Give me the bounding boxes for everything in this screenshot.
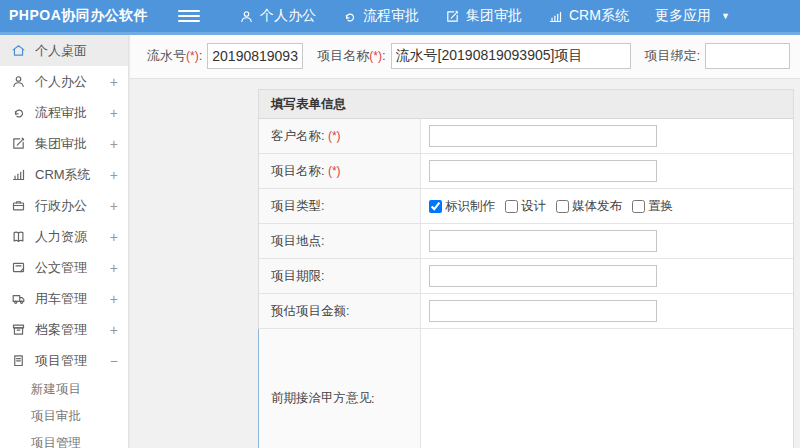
form-row-6: 预估项目金额: bbox=[259, 294, 793, 329]
sidebar-item-label: 集团审批 bbox=[35, 135, 110, 153]
main-content: 流水号(*):项目名称(*):项目绑定:+ 填写表单信息 客户名称: (*)项目… bbox=[130, 33, 800, 448]
checkbox-1[interactable] bbox=[429, 200, 442, 213]
sidebar-item-7[interactable]: 人力资源+ bbox=[0, 221, 128, 252]
form-row-label: 项目类型: bbox=[259, 189, 421, 223]
sidebar-item-label: 档案管理 bbox=[35, 321, 110, 339]
sidebar-item-10[interactable]: 档案管理+ bbox=[0, 314, 128, 345]
form-input-1[interactable] bbox=[429, 125, 657, 147]
field-label: 项目名称(*): bbox=[317, 47, 385, 65]
flow-icon bbox=[342, 9, 357, 24]
expand-plus-icon[interactable]: + bbox=[110, 167, 118, 183]
checkbox-option-2[interactable]: 设计 bbox=[505, 198, 546, 215]
sidebar-item-label: 行政办公 bbox=[35, 197, 110, 215]
briefcase-icon bbox=[11, 198, 26, 213]
form-row-1: 客户名称: (*) bbox=[259, 119, 793, 154]
checkbox-3[interactable] bbox=[556, 200, 569, 213]
topnav-item-label: 更多应用 bbox=[655, 7, 711, 25]
hamburger-menu-icon[interactable] bbox=[178, 7, 200, 25]
sidebar-item-label: 流程审批 bbox=[35, 104, 110, 122]
field-input-2[interactable] bbox=[391, 43, 631, 69]
expand-plus-icon[interactable]: + bbox=[110, 260, 118, 276]
checkbox-4[interactable] bbox=[632, 200, 645, 213]
book-icon bbox=[11, 229, 26, 244]
sidebar-item-label: 个人桌面 bbox=[35, 42, 118, 60]
form-row-label: 项目名称: (*) bbox=[259, 154, 421, 188]
sidebar-item-1[interactable]: 个人桌面 bbox=[0, 35, 128, 66]
sidebar-subitem-3[interactable]: 项目管理 bbox=[0, 430, 128, 448]
field-input-3[interactable] bbox=[705, 43, 790, 69]
collapse-minus-icon[interactable]: − bbox=[110, 353, 118, 369]
sidebar-item-label: 个人办公 bbox=[35, 73, 110, 91]
sidebar-item-11[interactable]: 项目管理− bbox=[0, 345, 128, 376]
form-row-2: 项目名称: (*) bbox=[259, 154, 793, 189]
project-icon bbox=[11, 353, 26, 368]
sidebar-item-5[interactable]: CRM系统+ bbox=[0, 159, 128, 190]
expand-plus-icon[interactable]: + bbox=[110, 229, 118, 245]
checkbox-option-4[interactable]: 置换 bbox=[632, 198, 673, 215]
form-input-4[interactable] bbox=[429, 230, 657, 252]
expand-plus-icon[interactable]: + bbox=[110, 322, 118, 338]
sidebar-subitem-label: 项目管理 bbox=[31, 435, 81, 448]
form-row-label: 项目期限: bbox=[259, 259, 421, 293]
sidebar: 个人桌面个人办公+流程审批+集团审批+CRM系统+行政办公+人力资源+公文管理+… bbox=[0, 35, 129, 448]
form-section-title: 填写表单信息 bbox=[259, 90, 793, 119]
expand-plus-icon[interactable]: + bbox=[110, 198, 118, 214]
topnav-item-label: 流程审批 bbox=[363, 7, 419, 25]
sidebar-item-4[interactable]: 集团审批+ bbox=[0, 128, 128, 159]
topnav-item-label: CRM系统 bbox=[569, 7, 629, 25]
sidebar-item-label: 项目管理 bbox=[35, 352, 110, 370]
chart-icon bbox=[11, 167, 26, 182]
checkbox-option-3[interactable]: 媒体发布 bbox=[556, 198, 622, 215]
field-label: 项目绑定: bbox=[645, 47, 701, 65]
edit-icon bbox=[11, 136, 26, 151]
topnav-item-3[interactable]: 集团审批 bbox=[432, 0, 535, 32]
form-row-label: 前期接洽甲方意见: bbox=[259, 329, 421, 448]
topnav-item-5[interactable]: 更多应用▼ bbox=[642, 0, 743, 32]
document-icon bbox=[11, 260, 26, 275]
sidebar-item-label: 公文管理 bbox=[35, 259, 110, 277]
field-input-1[interactable] bbox=[207, 43, 303, 69]
home-icon bbox=[11, 43, 26, 58]
sidebar-item-9[interactable]: 用车管理+ bbox=[0, 283, 128, 314]
form-row-3: 项目类型:标识制作设计媒体发布置换 bbox=[259, 189, 793, 224]
chart-icon bbox=[548, 9, 563, 24]
checkbox-group: 标识制作设计媒体发布置换 bbox=[429, 198, 679, 215]
topnav-item-1[interactable]: 个人办公 bbox=[226, 0, 329, 32]
topnav-item-2[interactable]: 流程审批 bbox=[329, 0, 432, 32]
required-asterisk: (*) bbox=[369, 49, 382, 63]
app-logo: PHPOA协同办公软件 bbox=[0, 7, 150, 25]
sidebar-subitem-1[interactable]: 新建项目 bbox=[0, 376, 128, 403]
form-row-5: 项目期限: bbox=[259, 259, 793, 294]
sidebar-item-label: 用车管理 bbox=[35, 290, 110, 308]
sidebar-subitem-2[interactable]: 项目审批 bbox=[0, 403, 128, 430]
form-row-4: 项目地点: bbox=[259, 224, 793, 259]
user-icon bbox=[11, 74, 26, 89]
expand-plus-icon[interactable]: + bbox=[110, 291, 118, 307]
sidebar-item-6[interactable]: 行政办公+ bbox=[0, 190, 128, 221]
record-fields-bar: 流水号(*):项目名称(*):项目绑定:+ bbox=[130, 33, 800, 79]
field-label: 流水号(*): bbox=[147, 47, 202, 65]
record-field-1: 流水号(*): bbox=[147, 43, 303, 69]
topbar-highlight-line bbox=[0, 32, 800, 35]
expand-plus-icon[interactable]: + bbox=[110, 74, 118, 90]
sidebar-item-label: CRM系统 bbox=[35, 166, 110, 184]
sidebar-item-3[interactable]: 流程审批+ bbox=[0, 97, 128, 128]
sidebar-item-2[interactable]: 个人办公+ bbox=[0, 66, 128, 97]
checkbox-2[interactable] bbox=[505, 200, 518, 213]
expand-plus-icon[interactable]: + bbox=[110, 136, 118, 152]
flow-icon bbox=[11, 105, 26, 120]
expand-plus-icon[interactable]: + bbox=[110, 105, 118, 121]
form-row-label: 预估项目金额: bbox=[259, 294, 421, 328]
form-row-label: 客户名称: (*) bbox=[259, 119, 421, 153]
archive-icon bbox=[11, 322, 26, 337]
required-asterisk: (*) bbox=[328, 129, 341, 143]
sidebar-item-8[interactable]: 公文管理+ bbox=[0, 252, 128, 283]
form-input-6[interactable] bbox=[429, 300, 657, 322]
topnav-item-4[interactable]: CRM系统 bbox=[535, 0, 642, 32]
form-input-5[interactable] bbox=[429, 265, 657, 287]
form-textarea[interactable] bbox=[421, 329, 793, 448]
form-row-label: 项目地点: bbox=[259, 224, 421, 258]
required-asterisk: (*) bbox=[328, 164, 341, 178]
checkbox-option-1[interactable]: 标识制作 bbox=[429, 198, 495, 215]
form-input-2[interactable] bbox=[429, 160, 657, 182]
